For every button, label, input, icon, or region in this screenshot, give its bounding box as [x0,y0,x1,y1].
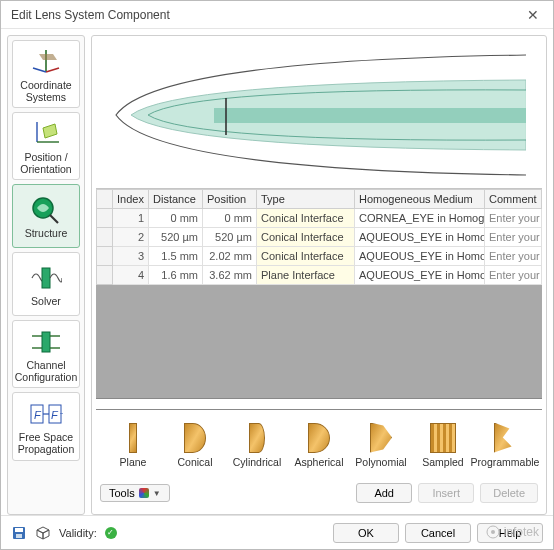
row-gutter[interactable] [97,266,113,285]
cell-type[interactable]: Conical Interface [257,247,355,266]
conical-shape-icon [184,423,206,453]
cell-distance[interactable]: 520 µm [149,228,203,247]
palette-label: Sampled [422,456,463,468]
add-button[interactable]: Add [356,483,412,503]
channel-icon [29,327,63,357]
table-row[interactable]: 41.6 mm3.62 mmPlane InterfaceAQUEOUS_EYE… [97,266,542,285]
tools-dropdown[interactable]: Tools ▼ [100,484,170,502]
cell-index[interactable]: 1 [113,209,149,228]
titlebar: Edit Lens System Component ✕ [1,1,553,29]
cell-position[interactable]: 0 mm [203,209,257,228]
cell-index[interactable]: 4 [113,266,149,285]
sidebar-item-channel-configuration[interactable]: Channel Configuration [12,320,80,388]
programmable-shape-icon [494,423,516,453]
col-type[interactable]: Type [257,190,355,209]
save-icon[interactable] [11,525,27,541]
table-row[interactable]: 2520 µm520 µmConical InterfaceAQUEOUS_EY… [97,228,542,247]
interfaces-table: Index Distance Position Type Homogeneous… [96,188,542,285]
palette-label: Aspherical [294,456,343,468]
svg-marker-27 [43,530,49,539]
table-header-row: Index Distance Position Type Homogeneous… [97,190,542,209]
cell-comment[interactable]: Enter your comm [485,247,542,266]
svg-rect-9 [42,268,50,288]
palette-label: Cylindrical [233,456,281,468]
tools-label: Tools [109,487,135,499]
row-gutter[interactable] [97,209,113,228]
palette-label: Conical [177,456,212,468]
svg-text:F⁻¹: F⁻¹ [51,409,63,421]
cell-medium[interactable]: AQUEOUS_EYE in Homo [355,247,485,266]
cell-position[interactable]: 2.02 mm [203,247,257,266]
svg-rect-20 [214,108,526,123]
close-button[interactable]: ✕ [513,1,553,29]
table-row[interactable]: 10 mm0 mmConical InterfaceCORNEA_EYE in … [97,209,542,228]
validity-label: Validity: [59,527,97,539]
cell-comment[interactable]: Enter your comm [485,266,542,285]
sidebar-item-position-orientation[interactable]: Position / Orientation [12,112,80,180]
svg-rect-23 [15,528,23,532]
ok-button[interactable]: OK [333,523,399,543]
cell-position[interactable]: 3.62 mm [203,266,257,285]
palette-label: Polynomial [355,456,406,468]
cell-type[interactable]: Conical Interface [257,209,355,228]
table-row[interactable]: 31.5 mm2.02 mmConical InterfaceAQUEOUS_E… [97,247,542,266]
table-empty-area [96,285,542,398]
tools-color-icon [139,488,149,498]
cell-medium[interactable]: AQUEOUS_EYE in Homo [355,228,485,247]
palette-sampled[interactable]: Sampled [414,423,472,468]
cell-medium[interactable]: CORNEA_EYE in Homog [355,209,485,228]
cell-medium[interactable]: AQUEOUS_EYE in Homo [355,266,485,285]
sidebar-item-free-space-propagation[interactable]: F F⁻¹ Free Space Propagation [12,392,80,460]
cell-distance[interactable]: 1.5 mm [149,247,203,266]
sidebar-item-label: Channel Configuration [15,359,77,383]
svg-marker-6 [43,124,57,138]
col-distance[interactable]: Distance [149,190,203,209]
palette-cylindrical[interactable]: Cylindrical [228,423,286,468]
validity-ok-icon: ✓ [105,527,117,539]
palette-label: Programmable [471,456,540,468]
sidebar-item-solver[interactable]: Solver [12,252,80,316]
palette-aspherical[interactable]: Aspherical [290,423,348,468]
sidebar-item-label: Free Space Propagation [15,431,77,455]
polynomial-shape-icon [370,423,392,453]
sampled-shape-icon [430,423,456,453]
cell-distance[interactable]: 1.6 mm [149,266,203,285]
col-medium[interactable]: Homogeneous Medium [355,190,485,209]
sidebar-item-coordinate-systems[interactable]: Coordinate Systems [12,40,80,108]
orientation-icon [29,119,63,149]
palette-programmable[interactable]: Programmable [476,423,534,468]
cell-position[interactable]: 520 µm [203,228,257,247]
svg-marker-26 [37,530,43,539]
palette-conical[interactable]: Conical [166,423,224,468]
col-comment[interactable]: Comment [485,190,542,209]
cell-comment[interactable]: Enter your comm [485,228,542,247]
row-gutter[interactable] [97,228,113,247]
palette-polynomial[interactable]: Polynomial [352,423,410,468]
row-gutter[interactable] [97,247,113,266]
cancel-button[interactable]: Cancel [405,523,471,543]
help-button[interactable]: Help [477,523,543,543]
sidebar: Coordinate Systems Position / Orientatio… [7,35,85,515]
cell-type[interactable]: Plane Interface [257,266,355,285]
cube-icon[interactable] [35,525,51,541]
panel-splitter[interactable] [96,398,542,410]
cell-index[interactable]: 2 [113,228,149,247]
svg-rect-24 [16,534,22,538]
palette-plane[interactable]: Plane [104,423,162,468]
axes-3d-icon [29,47,63,77]
cell-comment[interactable]: Enter your comm [485,209,542,228]
sidebar-item-label: Coordinate Systems [15,79,77,103]
window-title: Edit Lens System Component [11,8,170,22]
close-icon: ✕ [527,7,539,23]
sidebar-item-label: Solver [31,295,61,307]
col-position[interactable]: Position [203,190,257,209]
cell-index[interactable]: 3 [113,247,149,266]
chevron-down-icon: ▼ [153,489,161,498]
cell-type[interactable]: Conical Interface [257,228,355,247]
sidebar-item-structure[interactable]: Structure [12,184,80,248]
col-index[interactable]: Index [113,190,149,209]
sidebar-item-label: Structure [25,227,68,239]
footer: Validity: ✓ OK Cancel Help infotek [1,515,553,549]
cell-distance[interactable]: 0 mm [149,209,203,228]
palette-label: Plane [120,456,147,468]
